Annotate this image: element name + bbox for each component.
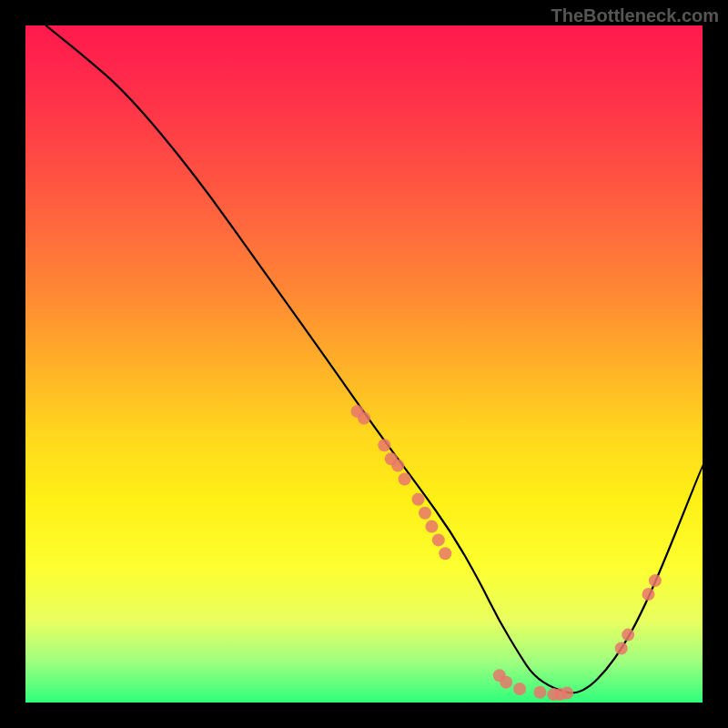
highlight-dot (622, 629, 634, 642)
highlight-dot (513, 682, 526, 695)
highlight-dot (649, 574, 662, 587)
highlight-dot (561, 687, 573, 700)
highlight-dot (432, 533, 445, 546)
highlight-dot (399, 473, 411, 486)
highlight-dot (391, 460, 404, 472)
bottleneck-curve (46, 25, 703, 693)
chart-svg (25, 25, 703, 703)
highlight-dot (642, 588, 655, 601)
highlight-dot (439, 547, 451, 560)
highlight-dot (412, 493, 425, 506)
highlight-dot (425, 521, 438, 533)
highlight-dot (358, 412, 370, 425)
highlight-dot (419, 507, 431, 520)
highlight-dot (615, 642, 628, 655)
chart-plot-area (25, 25, 703, 703)
watermark-text: TheBottleneck.com (551, 5, 719, 26)
highlight-dot (378, 439, 390, 451)
highlight-dot (500, 676, 512, 689)
highlight-dot (533, 686, 546, 699)
